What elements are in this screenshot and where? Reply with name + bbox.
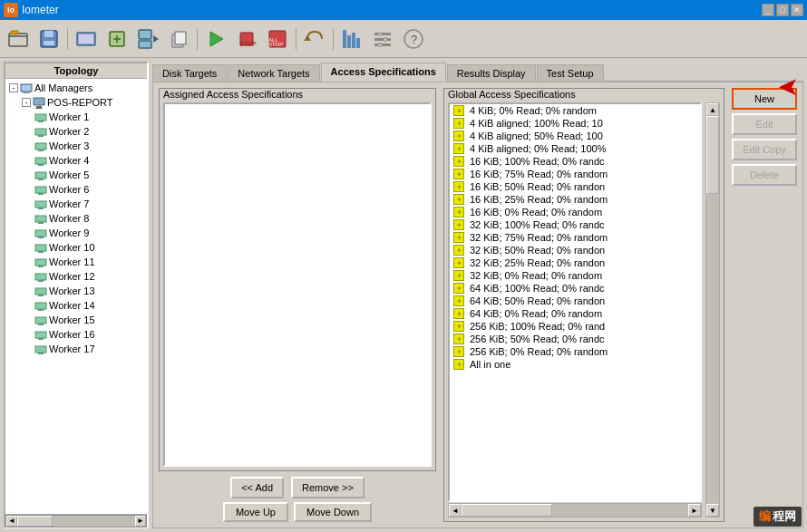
global-list-item[interactable]: ✦ 64 KiB; 0% Read; 0% random: [450, 307, 700, 320]
tree-expand-all-managers[interactable]: -: [9, 83, 18, 92]
window-controls[interactable]: _ □ ✕: [762, 4, 803, 16]
spec-icon: ✦: [453, 194, 464, 205]
spec-icon: ✦: [453, 156, 464, 167]
tree-item-worker-6[interactable]: Worker 6: [33, 182, 145, 197]
add-button[interactable]: << Add: [230, 477, 284, 498]
tree-item-worker-5[interactable]: Worker 5: [33, 168, 145, 182]
tree-item-worker-3[interactable]: Worker 3: [33, 139, 145, 153]
tab-access-specifications[interactable]: Access Specifications: [321, 63, 446, 82]
svg-rect-40: [35, 172, 46, 179]
move-up-button[interactable]: Move Up: [223, 502, 288, 522]
worker-icon: [34, 328, 47, 341]
toolbar-open-btn[interactable]: [4, 24, 33, 53]
assigned-list-box[interactable]: [163, 102, 432, 467]
toolbar-target-btn[interactable]: [133, 24, 162, 53]
global-list-item[interactable]: ✦ 256 KiB; 100% Read; 0% rand: [450, 320, 700, 333]
tree-item-worker-10[interactable]: Worker 10: [33, 240, 145, 255]
global-vscroll-down[interactable]: ▼: [706, 504, 719, 517]
edit-button[interactable]: Edit: [732, 113, 797, 135]
global-list-item[interactable]: ✦ 32 KiB; 50% Read; 0% randon: [450, 244, 700, 256]
global-list-item[interactable]: ✦ 32 KiB; 100% Read; 0% randc: [450, 218, 700, 231]
toolbar-stop-btn[interactable]: STOP: [232, 24, 261, 53]
tab-test-setup[interactable]: Test Setup: [537, 64, 604, 82]
tab-results-display[interactable]: Results Display: [447, 64, 536, 82]
tree-item-worker-16[interactable]: Worker 16: [33, 327, 145, 342]
remove-button[interactable]: Remove >>: [291, 477, 365, 498]
global-vscroll[interactable]: ▲ ▼: [705, 102, 720, 517]
global-hscroll[interactable]: ◄ ►: [448, 503, 702, 517]
tree-item-worker-17[interactable]: Worker 17: [33, 342, 145, 356]
toolbar-help-btn[interactable]: ?: [399, 24, 428, 53]
svg-rect-23: [356, 38, 360, 48]
tree-expand-pos-report[interactable]: -: [22, 98, 31, 107]
toolbar-config-btn[interactable]: [368, 24, 397, 53]
toolbar-sep-3: [296, 28, 297, 50]
tree-item-worker-15[interactable]: Worker 15: [33, 313, 145, 327]
global-list-item[interactable]: ✦ 4 KiB aligned; 100% Read; 10: [450, 117, 700, 130]
toolbar-worker-btn[interactable]: [102, 24, 131, 53]
global-vscroll-up[interactable]: ▲: [706, 103, 719, 116]
tree-item-all-managers[interactable]: - All Managers: [7, 81, 145, 95]
tree-item-worker-14[interactable]: Worker 14: [33, 298, 145, 313]
edit-copy-button[interactable]: Edit Copy: [732, 139, 797, 160]
tab-network-targets[interactable]: Network Targets: [228, 64, 319, 82]
global-list-item[interactable]: ✦ 32 KiB; 75% Read; 0% random: [450, 231, 700, 244]
global-list-item[interactable]: ✦ 4 KiB; 0% Read; 0% random: [450, 104, 700, 117]
close-button[interactable]: ✕: [791, 4, 803, 16]
toolbar-stop-all-btn[interactable]: STOPALL: [263, 24, 292, 53]
global-hscroll-track[interactable]: [462, 504, 688, 517]
tree-area[interactable]: - All Managers - POS-REPORT Worker 1: [5, 79, 147, 514]
global-list-item[interactable]: ✦ 256 KiB; 50% Read; 0% randc: [450, 333, 700, 345]
tree-item-worker-1[interactable]: Worker 1: [33, 110, 145, 124]
toolbar-display-btn[interactable]: [337, 24, 366, 53]
worker-icon: [34, 140, 47, 152]
sidebar-scroll-track[interactable]: [17, 516, 135, 527]
minimize-button[interactable]: _: [762, 4, 774, 16]
global-vscroll-track[interactable]: [706, 116, 719, 504]
tree-item-worker-4[interactable]: Worker 4: [33, 153, 145, 168]
tree-item-worker-9[interactable]: Worker 9: [33, 226, 145, 240]
svg-rect-41: [35, 187, 46, 193]
global-hscroll-left[interactable]: ◄: [449, 504, 462, 517]
global-list-item[interactable]: ✦ 16 KiB; 75% Read; 0% random: [450, 168, 700, 180]
toolbar-reset-btn[interactable]: [300, 24, 329, 53]
global-list-item[interactable]: ✦ All in one: [450, 358, 700, 371]
global-list-item[interactable]: ✦ 4 KiB aligned; 0% Read; 100%: [450, 142, 700, 155]
sidebar-scroll-left[interactable]: ◄: [6, 516, 17, 527]
maximize-button[interactable]: □: [776, 4, 789, 16]
global-list-item[interactable]: ✦ 32 KiB; 0% Read; 0% random: [450, 269, 700, 282]
tree-item-worker-11[interactable]: Worker 11: [33, 255, 145, 269]
tree-item-worker-12[interactable]: Worker 12: [33, 269, 145, 284]
global-list-item[interactable]: ✦ 64 KiB; 50% Read; 0% randon: [450, 295, 700, 307]
tree-item-pos-report[interactable]: - POS-REPORT: [20, 95, 145, 110]
tree-item-worker-8[interactable]: Worker 8: [33, 211, 145, 226]
svg-rect-22: [352, 33, 355, 48]
toolbar-sep-2: [197, 28, 198, 50]
global-list-item[interactable]: ✦ 256 KiB; 0% Read; 0% random: [450, 345, 700, 358]
move-down-button[interactable]: Move Down: [294, 502, 372, 522]
app-icon: Io: [4, 3, 18, 17]
global-list-item[interactable]: ✦ 32 KiB; 25% Read; 0% randon: [450, 256, 700, 269]
global-list-item[interactable]: ✦ 16 KiB; 100% Read; 0% randc: [450, 155, 700, 168]
toolbar-copy-btn[interactable]: [164, 24, 193, 53]
toolbar-start-btn[interactable]: [201, 24, 230, 53]
sidebar-scroll: ◄ ►: [5, 514, 147, 527]
global-list-item[interactable]: ✦ 4 KiB aligned; 50% Read; 100: [450, 130, 700, 142]
sidebar-scroll-right[interactable]: ►: [135, 516, 146, 527]
svg-rect-33: [34, 98, 44, 105]
delete-button[interactable]: Delete: [732, 164, 797, 186]
tab-disk-targets[interactable]: Disk Targets: [152, 64, 227, 82]
global-list-item[interactable]: ✦ 64 KiB; 100% Read; 0% randc: [450, 282, 700, 295]
global-list-item[interactable]: ✦ 16 KiB; 25% Read; 0% random: [450, 193, 700, 206]
tree-item-worker-7[interactable]: Worker 7: [33, 197, 145, 211]
spec-icon: ✦: [453, 270, 464, 281]
global-hscroll-right[interactable]: ►: [688, 504, 701, 517]
global-list-item[interactable]: ✦ 16 KiB; 0% Read; 0% random: [450, 206, 700, 218]
tabs-container: Disk Targets Network Targets Access Spec…: [152, 62, 803, 82]
toolbar-manager-btn[interactable]: [72, 24, 101, 53]
toolbar-save-btn[interactable]: [34, 24, 63, 53]
tree-item-worker-13[interactable]: Worker 13: [33, 284, 145, 298]
tree-item-worker-2[interactable]: Worker 2: [33, 124, 145, 139]
global-list-item[interactable]: ✦ 16 KiB; 50% Read; 0% randon: [450, 180, 700, 193]
global-list-box[interactable]: ✦ 4 KiB; 0% Read; 0% random ✦ 4 KiB alig…: [448, 102, 702, 502]
